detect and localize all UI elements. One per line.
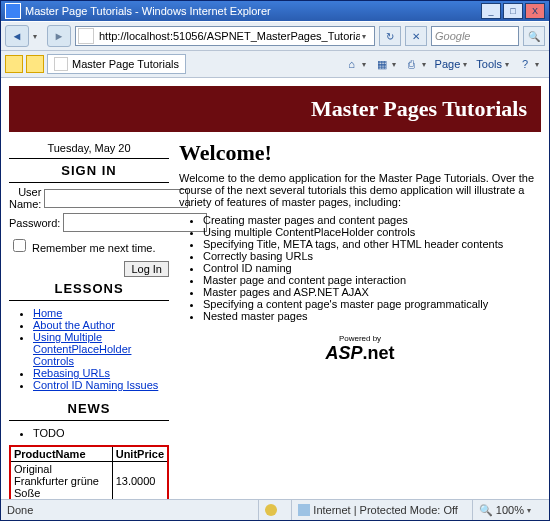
status-done: Done — [7, 504, 33, 516]
home-icon[interactable]: ⌂ — [345, 57, 359, 71]
lesson-link[interactable]: About the Author — [33, 319, 115, 331]
internet-zone-icon — [298, 504, 310, 516]
back-button[interactable]: ◄ — [5, 25, 29, 47]
search-button[interactable]: 🔍 — [523, 26, 545, 46]
date-label: Tuesday, May 20 — [9, 138, 169, 159]
feature-list: Creating master pages and content pages … — [179, 214, 541, 322]
page-icon — [78, 28, 94, 44]
aspnet-text: ASP.net — [179, 343, 541, 364]
list-item: Control ID naming — [203, 262, 541, 274]
signin-heading: SIGN IN — [9, 159, 169, 183]
tab-title: Master Page Tutorials — [72, 58, 179, 70]
news-list: TODO — [9, 427, 169, 439]
browser-viewport: Master Pages Tutorials Tuesday, May 20 S… — [1, 78, 549, 499]
username-label: User Name: — [9, 186, 41, 210]
lessons-list: Home About the Author Using Multiple Con… — [9, 307, 169, 391]
table-row: Original Frankfurter grüne Soße13.0000 — [10, 462, 168, 500]
status-bar: Done Internet | Protected Mode: Off 🔍 10… — [1, 499, 549, 520]
url-input[interactable] — [97, 28, 362, 44]
address-bar[interactable]: ▾ — [75, 26, 375, 46]
page-menu[interactable]: Page — [435, 58, 461, 70]
username-input[interactable] — [44, 189, 188, 208]
list-item: Master pages and ASP.NET AJAX — [203, 286, 541, 298]
list-item: Creating master pages and content pages — [203, 214, 541, 226]
zoom-dropdown-icon[interactable]: ▾ — [527, 506, 537, 515]
products-table: ProductName UnitPrice Original Frankfurt… — [9, 445, 169, 499]
password-label: Password: — [9, 217, 60, 229]
main-content: Welcome! Welcome to the demo application… — [179, 138, 541, 499]
lesson-link[interactable]: Control ID Naming Issues — [33, 379, 158, 391]
print-icon[interactable]: ⎙ — [405, 57, 419, 71]
maximize-button[interactable]: □ — [503, 3, 523, 19]
tools-menu[interactable]: Tools — [476, 58, 502, 70]
page-title: Welcome! — [179, 140, 541, 166]
products-col-price: UnitPrice — [112, 446, 168, 462]
status-zoom: 100% — [496, 504, 524, 516]
remember-checkbox[interactable] — [13, 239, 26, 252]
list-item: Specifying a content page's master page … — [203, 298, 541, 310]
ie-icon — [5, 3, 21, 19]
lesson-link[interactable]: Using Multiple ContentPlaceHolder Contro… — [33, 331, 131, 367]
add-favorite-icon[interactable] — [26, 55, 44, 73]
window-titlebar: Master Page Tutorials - Windows Internet… — [1, 1, 549, 21]
minimize-button[interactable]: _ — [481, 3, 501, 19]
powered-by-label: Powered by — [179, 334, 541, 343]
tab-page-icon — [54, 57, 68, 71]
list-item: Specifying Title, META tags, and other H… — [203, 238, 541, 250]
favorites-icon[interactable] — [5, 55, 23, 73]
news-item: TODO — [33, 427, 169, 439]
lesson-link[interactable]: Rebasing URLs — [33, 367, 110, 379]
page-intro: Welcome to the demo application for the … — [179, 172, 541, 208]
feeds-icon[interactable]: ▦ — [375, 57, 389, 71]
list-item: Master page and content page interaction — [203, 274, 541, 286]
products-col-name: ProductName — [10, 446, 112, 462]
nav-toolbar: ◄ ▾ ► ▾ ↻ ✕ Google 🔍 — [1, 21, 549, 51]
remember-label: Remember me next time. — [32, 242, 155, 254]
stop-button[interactable]: ✕ — [405, 26, 427, 46]
lessons-heading: LESSONS — [9, 277, 169, 301]
close-button[interactable]: X — [525, 3, 545, 19]
tab-toolbar: Master Page Tutorials ⌂▾ ▦▾ ⎙▾ Page▾ Too… — [1, 51, 549, 78]
forward-button[interactable]: ► — [47, 25, 71, 47]
window-title: Master Page Tutorials - Windows Internet… — [25, 5, 479, 17]
sidebar: Tuesday, May 20 SIGN IN User Name: Passw… — [9, 138, 169, 499]
list-item: Nested master pages — [203, 310, 541, 322]
banner: Master Pages Tutorials — [9, 86, 541, 132]
search-box[interactable]: Google — [431, 26, 519, 46]
zoom-icon[interactable]: 🔍 — [479, 504, 493, 517]
help-icon[interactable]: ? — [518, 57, 532, 71]
url-dropdown-icon[interactable]: ▾ — [362, 32, 372, 41]
login-button[interactable]: Log In — [124, 261, 169, 277]
status-zone: Internet | Protected Mode: Off — [313, 504, 458, 516]
list-item: Correctly basing URLs — [203, 250, 541, 262]
list-item: Using multiple ContentPlaceHolder contro… — [203, 226, 541, 238]
tab-active[interactable]: Master Page Tutorials — [47, 54, 186, 74]
news-heading: NEWS — [9, 397, 169, 421]
search-placeholder: Google — [435, 30, 470, 42]
back-dropdown-icon[interactable]: ▾ — [33, 32, 43, 41]
aspnet-logo: Powered by ASP.net — [179, 334, 541, 364]
refresh-button[interactable]: ↻ — [379, 26, 401, 46]
popup-blocker-icon[interactable] — [265, 504, 277, 516]
lesson-link[interactable]: Home — [33, 307, 62, 319]
